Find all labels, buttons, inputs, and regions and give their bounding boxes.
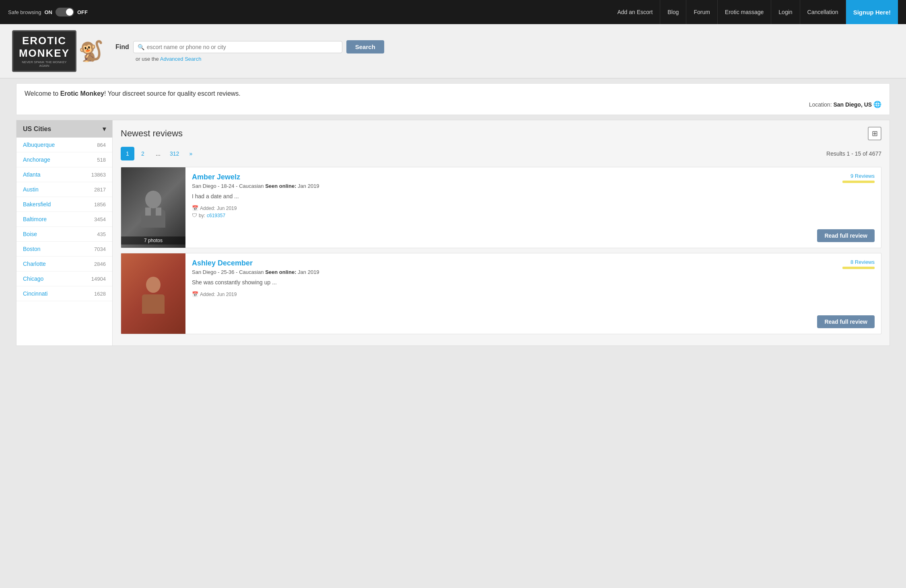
sidebar-item-baltimore[interactable]: Baltimore 3454 xyxy=(16,212,112,227)
pagination-info: Results 1 - 15 of 4677 xyxy=(826,150,881,157)
city-count-austin: 2817 xyxy=(94,187,106,193)
nav-signup[interactable]: Signup Here! xyxy=(846,0,898,24)
review-seen-label-amber: Seen online: xyxy=(265,183,296,189)
review-name-ashley[interactable]: Ashley December xyxy=(192,259,875,267)
review-added-amber: 📅 Added: Jun 2019 xyxy=(192,205,875,211)
pagination: 1 2 ... 312 » Results 1 - 15 of 4677 xyxy=(121,147,881,160)
city-link-boise[interactable]: Boise xyxy=(23,231,37,237)
read-full-review-amber[interactable]: Read full review xyxy=(817,229,875,242)
city-count-cincinnati: 1628 xyxy=(94,291,106,297)
city-count-atlanta: 13863 xyxy=(91,172,106,178)
review-card-ashley: 8 Reviews Ashley December San Diego - 25… xyxy=(121,253,881,334)
read-full-review-ashley[interactable]: Read full review xyxy=(817,315,875,328)
sidebar-item-atlanta[interactable]: Atlanta 13863 xyxy=(16,167,112,182)
search-magnifier-icon: 🔍 xyxy=(138,44,144,50)
sidebar-item-austin[interactable]: Austin 2817 xyxy=(16,182,112,197)
calendar-icon-ashley: 📅 xyxy=(192,291,198,297)
logo-area: EROTIC MONKEY NEVER SPANK THE MONKEY AGA… xyxy=(12,30,103,72)
find-label: Find xyxy=(115,43,129,51)
city-count-albuquerque: 864 xyxy=(97,142,106,148)
sidebar-item-chicago[interactable]: Chicago 14904 xyxy=(16,271,112,286)
search-input[interactable] xyxy=(147,44,338,50)
svg-point-4 xyxy=(146,277,161,293)
logo-erotic: EROTIC xyxy=(18,35,70,47)
review-dash2-ashley: - xyxy=(236,269,239,275)
welcome-before: Welcome to xyxy=(25,90,60,97)
review-snippet-amber: I had a date and ... xyxy=(192,193,875,199)
rating-bar-amber xyxy=(842,181,875,183)
reviews-header: Newest reviews ⊞ xyxy=(121,127,881,140)
city-link-albuquerque[interactable]: Albuquerque xyxy=(23,142,55,148)
sidebar-item-anchorage[interactable]: Anchorage 518 xyxy=(16,152,112,167)
sidebar-item-albuquerque[interactable]: Albuquerque 864 xyxy=(16,138,112,152)
city-link-chicago[interactable]: Chicago xyxy=(23,275,43,282)
city-link-boston[interactable]: Boston xyxy=(23,246,41,252)
pagination-dots: ... xyxy=(151,147,165,160)
review-count-link-amber[interactable]: 9 Reviews xyxy=(850,173,875,179)
shield-icon-amber: 🛡 xyxy=(192,212,197,218)
sidebar: US Cities ▾ Albuquerque 864 Anchorage 51… xyxy=(16,120,113,346)
review-thumb-ashley xyxy=(121,253,185,334)
sidebar-item-charlotte[interactable]: Charlotte 2846 xyxy=(16,257,112,271)
review-added-label-ashley: Added: xyxy=(200,292,215,297)
sidebar-item-boise[interactable]: Boise 435 xyxy=(16,227,112,242)
review-added-ashley: 📅 Added: Jun 2019 xyxy=(192,291,875,297)
toggle-knob xyxy=(66,8,73,16)
review-added-date-amber: Jun 2019 xyxy=(217,206,237,211)
city-link-anchorage[interactable]: Anchorage xyxy=(23,156,50,163)
svg-rect-5 xyxy=(142,294,165,314)
city-link-charlotte[interactable]: Charlotte xyxy=(23,261,46,267)
review-by-label-amber: by: xyxy=(199,213,205,218)
city-count-boston: 7034 xyxy=(94,246,106,252)
city-link-austin[interactable]: Austin xyxy=(23,186,39,193)
search-button[interactable]: Search xyxy=(346,40,384,53)
city-count-anchorage: 518 xyxy=(97,157,106,163)
nav-add-escort[interactable]: Add an Escort xyxy=(610,0,660,24)
city-link-bakersfield[interactable]: Bakersfield xyxy=(23,201,51,208)
safe-browsing-off: OFF xyxy=(77,9,88,15)
city-count-baltimore: 3454 xyxy=(94,216,106,222)
city-link-baltimore[interactable]: Baltimore xyxy=(23,216,47,222)
reviewer-link-amber[interactable]: c619357 xyxy=(207,213,225,218)
nav-login[interactable]: Login xyxy=(771,0,800,24)
nav-blog[interactable]: Blog xyxy=(660,0,686,24)
advanced-or-label: or use the xyxy=(136,56,159,62)
sidebar-item-boston[interactable]: Boston 7034 xyxy=(16,242,112,257)
review-meta-amber: San Diego - 18-24 - Caucasian Seen onlin… xyxy=(192,183,875,189)
sidebar-collapse-icon[interactable]: ▾ xyxy=(103,125,106,133)
sidebar-item-bakersfield[interactable]: Bakersfield 1856 xyxy=(16,197,112,212)
review-count-amber: 9 Reviews xyxy=(842,173,875,183)
review-seen-date-amber: Jan 2019 xyxy=(298,183,319,189)
review-name-amber[interactable]: Amber Jewelz xyxy=(192,173,875,181)
search-input-wrap: 🔍 xyxy=(133,41,342,53)
safe-browsing-toggle[interactable] xyxy=(56,8,74,16)
review-added-date-ashley: Jun 2019 xyxy=(217,292,237,297)
review-age-ashley: 25-36 xyxy=(221,269,234,275)
review-location-ashley: San Diego xyxy=(192,269,216,275)
review-snippet-ashley: She was constantly showing up ... xyxy=(192,279,875,286)
logo-tagline: NEVER SPANK THE MONKEY AGAIN xyxy=(18,60,70,68)
location-icon: 🌐 xyxy=(873,101,881,108)
page-1-button[interactable]: 1 xyxy=(121,147,134,160)
logo-monkey: MONKEY xyxy=(18,47,70,60)
review-age-amber: 18-24 xyxy=(221,183,234,189)
page-last-button[interactable]: 312 xyxy=(167,147,182,160)
nav-links: Add an Escort Blog Forum Erotic massage … xyxy=(610,0,898,24)
page-2-button[interactable]: 2 xyxy=(136,147,150,160)
reviews-title: Newest reviews xyxy=(121,128,183,139)
logo-box: EROTIC MONKEY NEVER SPANK THE MONKEY AGA… xyxy=(12,30,76,72)
grid-toggle-button[interactable]: ⊞ xyxy=(868,127,881,140)
review-seen-label-ashley: Seen online: xyxy=(265,269,296,275)
sidebar-item-cincinnati[interactable]: Cincinnati 1628 xyxy=(16,286,112,301)
search-area: Find 🔍 Search or use the Advanced Search xyxy=(115,40,894,62)
review-count-link-ashley[interactable]: 8 Reviews xyxy=(850,259,875,265)
nav-cancellation[interactable]: Cancellation xyxy=(800,0,846,24)
review-body-ashley: 8 Reviews Ashley December San Diego - 25… xyxy=(185,253,881,334)
city-link-cincinnati[interactable]: Cincinnati xyxy=(23,290,47,297)
nav-erotic-massage[interactable]: Erotic massage xyxy=(718,0,771,24)
nav-forum[interactable]: Forum xyxy=(686,0,717,24)
city-link-atlanta[interactable]: Atlanta xyxy=(23,171,41,178)
advanced-search-link[interactable]: Advanced Search xyxy=(160,56,202,62)
page-next-arrow[interactable]: » xyxy=(184,147,198,160)
reviews-area: Newest reviews ⊞ 1 2 ... 312 » Results 1… xyxy=(113,120,890,346)
